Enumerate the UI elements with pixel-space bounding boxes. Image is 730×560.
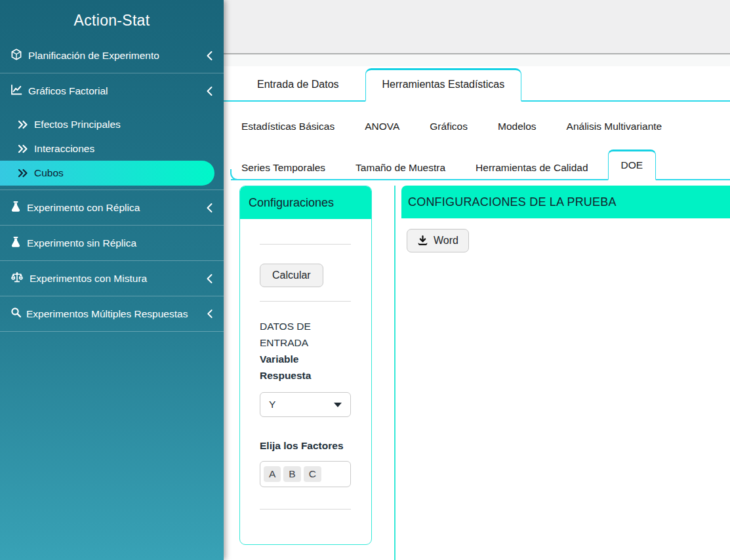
word-button-label: Word — [434, 235, 458, 247]
sidebar-item-experimentos-multiples-respuestas[interactable]: Experimentos Múltiples Respuestas — [0, 296, 224, 331]
divider — [260, 509, 351, 510]
tab-herramientas-de-calidad[interactable]: Herramientas de Calidad — [465, 157, 598, 179]
response-variable-label: Variable Respuesta — [260, 351, 351, 384]
sidebar-subitem-efectos-principales[interactable]: Efectos Principales — [0, 112, 224, 136]
ribbon-subarea — [224, 54, 730, 66]
chevron-down-icon — [334, 403, 342, 407]
sidebar-item-graficos-factorial[interactable]: Gráficos Factorial — [0, 73, 224, 108]
sidebar-subitem-label: Cubos — [34, 167, 64, 179]
tab-series-temporales[interactable]: Series Temporales — [231, 157, 336, 179]
sidebar: Action-Stat Planificación de Experimento… — [0, 0, 224, 560]
divider — [260, 301, 351, 302]
factors-label: Elija los Factores — [260, 437, 351, 454]
double-chevron-icon — [18, 169, 28, 178]
sidebar-subitem-cubos-active[interactable]: Cubos — [0, 161, 214, 186]
ribbon-area — [224, 0, 730, 54]
flask-icon — [10, 236, 21, 250]
tab-anova[interactable]: ANOVA — [354, 115, 410, 138]
results-panel-header: CONFIGURACIONES DE LA PRUEBA — [401, 186, 730, 218]
balance-scale-icon — [10, 271, 24, 286]
sidebar-subitem-label: Efectos Principales — [34, 119, 121, 130]
divider — [260, 244, 351, 245]
tab-entrada-de-datos[interactable]: Entrada de Datos — [231, 69, 365, 100]
chevron-left-icon — [205, 203, 213, 213]
results-panel: CONFIGURACIONES DE LA PRUEBA Word — [394, 186, 730, 560]
flask-icon — [10, 201, 21, 215]
sidebar-item-label: Experimento con Réplica — [27, 202, 140, 214]
tab-estadisticas-basicas[interactable]: Estadísticas Básicas — [231, 115, 345, 138]
response-variable-value: Y — [269, 399, 275, 410]
factor-chip-a[interactable]: A — [264, 466, 281, 482]
tab-graficos[interactable]: Gráficos — [419, 115, 478, 138]
sidebar-subitem-interacciones[interactable]: Interacciones — [0, 136, 224, 161]
tab-tamano-de-muestra[interactable]: Tamaño de Muestra — [345, 157, 456, 179]
sidebar-item-experimento-sin-replica[interactable]: Experimento sin Réplica — [0, 226, 224, 260]
app-window: Action-Stat Planificación de Experimento… — [0, 0, 730, 560]
input-data-label: DATOS DE ENTRADA — [260, 318, 351, 351]
sidebar-item-label: Planificación de Experimento — [28, 50, 159, 62]
chevron-left-icon — [205, 86, 213, 96]
cube-icon — [10, 49, 22, 63]
sidebar-item-label: Gráficos Factorial — [28, 85, 108, 97]
double-chevron-icon — [18, 120, 28, 129]
word-export-button[interactable]: Word — [407, 229, 469, 252]
sidebar-subitem-label: Interacciones — [34, 143, 94, 155]
app-title: Action-Stat — [0, 0, 224, 38]
tab-analisis-multivariante[interactable]: Análisis Multivariante — [556, 115, 673, 138]
search-icon — [10, 307, 22, 321]
factor-chip-c[interactable]: C — [304, 466, 321, 482]
factor-chip-b[interactable]: B — [283, 466, 300, 482]
sidebar-item-experimentos-con-mistura[interactable]: Experimentos con Mistura — [0, 261, 224, 296]
sidebar-item-experimento-con-replica[interactable]: Experimento con Réplica — [0, 190, 224, 225]
download-icon — [417, 235, 428, 247]
main-content: Entrada de Datos Herramientas Estadístic… — [224, 0, 730, 560]
response-variable-select[interactable]: Y — [260, 392, 351, 417]
sidebar-item-label: Experimento sin Réplica — [27, 237, 136, 249]
tools-tab-bar: Estadísticas Básicas ANOVA Gráficos Mode… — [231, 115, 730, 180]
sidebar-item-label: Experimentos Múltiples Respuestas — [26, 308, 188, 320]
chevron-left-icon — [205, 273, 213, 284]
chevron-left-icon — [205, 50, 213, 61]
doe-pane: Configuraciones Calcular DATOS DE ENTRAD… — [224, 186, 730, 560]
double-chevron-icon — [18, 144, 28, 153]
factors-input[interactable]: A B C — [260, 461, 351, 487]
tab-doe[interactable]: DOE — [608, 150, 657, 180]
config-panel-body: Calcular DATOS DE ENTRADA Variable Respu… — [240, 244, 371, 510]
sidebar-item-label: Experimentos con Mistura — [30, 273, 147, 285]
tab-herramientas-estadisticas[interactable]: Herramientas Estadísticas — [365, 68, 522, 102]
config-panel: Configuraciones Calcular DATOS DE ENTRAD… — [239, 186, 372, 545]
chevron-left-icon — [206, 309, 213, 319]
sidebar-item-planificacion[interactable]: Planificación de Experimento — [0, 38, 224, 73]
tab-modelos[interactable]: Modelos — [487, 115, 547, 138]
chart-line-icon — [10, 84, 22, 98]
config-panel-header: Configuraciones — [240, 186, 371, 219]
calculate-button[interactable]: Calcular — [260, 264, 323, 287]
main-tab-bar: Entrada de Datos Herramientas Estadístic… — [224, 66, 730, 102]
sidebar-submenu: Efectos Principales Interacciones Cubos — [0, 108, 224, 190]
